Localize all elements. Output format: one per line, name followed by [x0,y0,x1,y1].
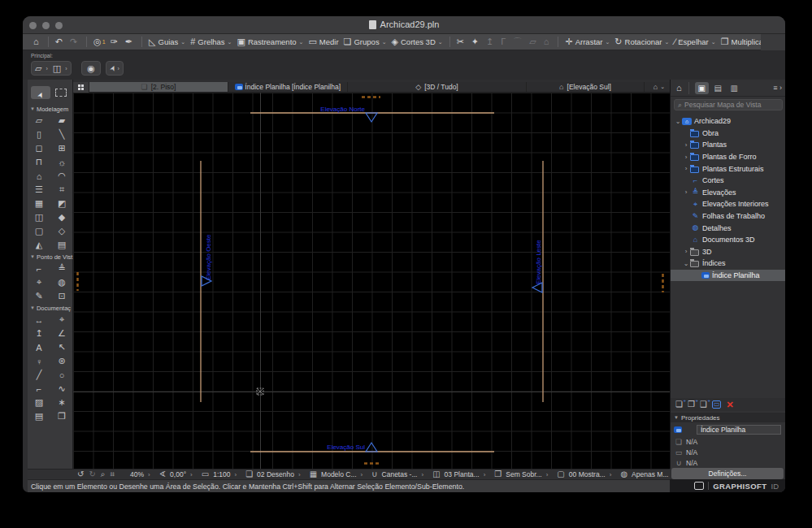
skylight-tool[interactable]: ◆ [52,210,72,224]
label-tool[interactable]: ↖ [52,340,72,354]
project-map-tab[interactable]: ▣ [695,82,709,94]
home-icon[interactable]: ⌂ [676,83,682,93]
palette-section-2[interactable]: ▼Documentaç [28,303,73,313]
detail-tool[interactable]: ◍ [52,275,72,289]
tree-item-obra[interactable]: Obra [671,128,785,140]
arrow-select-tool[interactable]: ➤ [31,86,50,99]
quick-option-modelo-c-[interactable]: ▦Modelo C...› [307,470,367,478]
palette-section-1[interactable]: ▼Ponto de Vist [28,252,73,262]
angle-dimension-tool[interactable]: ∠ [52,327,72,340]
mesh-tool[interactable]: ◩ [52,197,72,210]
slab-tool[interactable]: ▰ [52,114,72,128]
grelhas-button[interactable]: #Grelhas⌄ [190,37,232,46]
snap-button[interactable]: ◉ [81,61,101,76]
layout-book-tab[interactable]: ▥ [727,82,741,94]
tree-item-plantas-estruturais[interactable]: ›Plantas Estruturais [671,162,785,175]
favorites-default-button[interactable]: ▱› ◫› [31,61,72,76]
delete-icon[interactable]: ✕ [726,400,733,409]
expander-icon[interactable]: ⌄ [674,118,682,125]
elevation-triangle-north[interactable] [366,113,377,122]
tab-list-dropdown[interactable]: ⌂⌄ [649,82,670,92]
tree-item-plantas-de-forro[interactable]: ›Plantas de Forro [671,151,785,163]
expander-icon[interactable]: › [682,141,690,149]
properties-header[interactable]: ▼ Propriedades [671,413,785,422]
expander-icon[interactable]: › [682,188,690,196]
wall-tool[interactable]: ▱ [29,114,49,128]
tree-item-documentos-3d[interactable]: ⌂Documentos 3D [671,234,785,246]
opening-tool[interactable]: ▢ [29,224,49,238]
tree-item-3d[interactable]: ›3D [671,246,785,258]
medir-button[interactable]: ▭Medir [308,37,338,46]
fillet-button[interactable]: ⌒ [513,37,524,46]
tree-item-folhas-de-trabalho[interactable]: ✎Folhas de Trabalho [671,210,785,223]
forward-icon[interactable]: ↻ [89,470,95,478]
roof-tool[interactable]: ⌂ [29,169,49,183]
cortes-3d-button[interactable]: ◈Cortes 3D⌄ [392,37,443,46]
home-button[interactable]: ⌂ [33,37,41,46]
undo-button[interactable]: ↶ [55,37,65,46]
view-tab-1[interactable]: Índice Planilha [Índice Planilha] [228,82,348,92]
door-tool[interactable]: ◻ [29,141,49,155]
tree-item-detalhes[interactable]: ◍Detalhes [671,222,785,234]
interior-elevation-tool[interactable]: ⌖ [29,275,49,289]
new-view-icon[interactable]: ❐+ [688,400,695,409]
elevate-button[interactable]: ⌂ [544,37,552,46]
arrastar-button[interactable]: ✛Arrastar⌄ [565,37,610,46]
quick-option-sem-sobr-[interactable]: ❐Sem Sobr...› [492,470,551,478]
polyline-tool[interactable]: ⌐ [29,382,49,396]
pick-up-parameters-button[interactable]: ◎1 [93,37,106,46]
stair-tool[interactable]: ☰ [29,183,49,197]
elevation-tool[interactable]: ≜ [52,262,72,275]
tree-item-cortes[interactable]: ⌐Cortes [671,175,785,187]
intersect-button[interactable]: Γ [501,37,508,46]
tree-item--ndices[interactable]: ⌄Índices [671,258,785,270]
view-map-tab[interactable]: ▤ [711,82,725,94]
spline-tool[interactable]: ∿ [52,382,72,396]
navigator-menu-button[interactable]: ≡ › [773,84,782,92]
section-tool[interactable]: ⌐ [29,262,49,275]
split-button[interactable]: ✂ [457,37,467,46]
schedule-icon[interactable]: ▭ [712,400,722,409]
tree-item--ndice-planilha[interactable]: Índice Planilha [671,270,785,282]
view-tab-0[interactable]: ❏[2. Piso] [89,82,228,92]
tree-item-eleva-es[interactable]: ›≜Elevações [671,187,785,199]
object-tool[interactable]: ⊓ [29,155,49,169]
shell-tool[interactable]: ◠ [52,169,72,183]
adjust-button[interactable]: ✦ [471,37,481,46]
morph-tool[interactable]: ◇ [52,224,72,238]
tree-item-archicad29[interactable]: ⌄⌂Archicad29 [671,115,785,128]
arrow-tool-button[interactable]: ➤ › [106,61,124,76]
back-icon[interactable]: ↺ [77,470,84,478]
drawing-tool[interactable]: ❐ [52,409,72,423]
quick-option-apenas-m-[interactable]: ◍Apenas M...› [618,470,670,478]
resize-button[interactable]: ▱ [529,37,538,46]
clone-folder-icon[interactable]: ❑+ [700,400,707,409]
quick-option-canetas-[interactable]: ∪Canetas -...› [369,470,427,478]
elevation-triangle-south[interactable] [366,443,377,452]
quick-option-00-mostra-[interactable]: ▢00 Mostra...› [554,470,614,478]
tree-item-eleva-es-interiores[interactable]: ⌖Elevações Interiores [671,198,785,210]
title-bar[interactable]: Archicad29.pln [23,16,785,34]
expander-icon[interactable]: › [682,154,690,161]
dimension-tool[interactable]: ↔ [29,313,49,327]
lamp-tool[interactable]: ☼ [52,155,72,169]
hatch-tool[interactable]: ▨ [29,396,49,409]
drawing-canvas[interactable]: Elevação Norte Elevação Sul Elevação Oes… [73,93,670,469]
line-tool[interactable]: ╱ [29,368,49,382]
point-tool[interactable]: ∗ [52,396,72,409]
quick-option-40-[interactable]: 40%› [128,470,154,478]
zoom-icon[interactable]: ⌕ [101,470,106,478]
espelhar-button[interactable]: ∕Espelhar⌄ [674,37,715,46]
level-dimension-tool[interactable]: ↥ [29,327,49,340]
cone-tool[interactable]: ◭ [29,238,49,252]
curtain-wall-tool[interactable]: ▦ [29,197,49,210]
zone-tool[interactable]: ◫ [29,210,49,224]
navigator-search[interactable]: ⌕ [674,99,783,110]
search-input[interactable] [684,101,782,109]
inject-parameters-button[interactable]: ✑ [111,37,120,46]
radial-dimension-tool[interactable]: ⌖ [52,313,72,327]
quick-option-1-100[interactable]: ▭1:100› [199,470,240,478]
tab-overview-button[interactable] [73,82,89,93]
view-tab-3[interactable]: ⌂[Elevação Sul] [527,82,645,92]
marker-tool[interactable]: ♀ [29,354,49,368]
